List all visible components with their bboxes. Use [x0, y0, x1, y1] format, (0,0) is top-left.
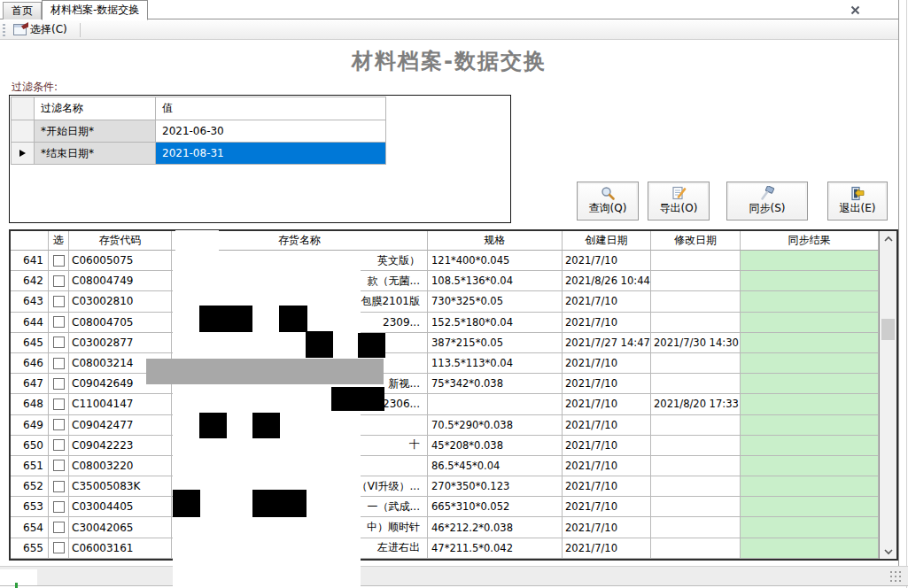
created-date: 2021/7/10: [563, 517, 651, 538]
redaction-block-black: [252, 490, 307, 517]
table-row[interactable]: 643C03002810包膜2101版730*325*0.052021/7/10: [11, 291, 896, 312]
row-select-cell: [49, 333, 69, 353]
inventory-code: C09042223: [69, 436, 172, 456]
col-header-created: 创建日期: [563, 231, 651, 251]
tab-home[interactable]: 首页: [3, 2, 42, 19]
row-checkbox[interactable]: [53, 439, 65, 451]
table-row[interactable]: 651C0800322086.5*45*0.042021/7/10: [11, 456, 896, 476]
inventory-code: C09042477: [69, 415, 172, 436]
redaction-block-black: [199, 413, 227, 438]
filter-name-cell[interactable]: *结束日期*: [34, 142, 155, 164]
export-button-label: 导出(O): [660, 201, 698, 216]
row-checkbox[interactable]: [53, 419, 65, 430]
row-checkbox[interactable]: [53, 275, 65, 287]
toolbar-grip[interactable]: [3, 24, 5, 36]
redaction-block-black: [279, 306, 307, 332]
table-body: 641C06005075英文版）121*400*0.0452021/7/1064…: [11, 251, 896, 559]
inventory-code: C08003220: [69, 456, 172, 476]
filter-value-cell[interactable]: 2021-06-30: [155, 120, 385, 142]
vertical-scrollbar[interactable]: [879, 231, 896, 559]
row-checkbox[interactable]: [53, 522, 65, 533]
table-row[interactable]: 653C03004405一（武成...665*310*0.0522021/7/1…: [11, 497, 896, 517]
row-checkbox[interactable]: [53, 542, 65, 553]
inventory-table: 选 存货代码 存货名称 规格 创建日期 修改日期 同步结果 641C060050…: [9, 229, 898, 561]
spec: 70.5*290*0.038: [428, 415, 563, 436]
row-checkbox[interactable]: [53, 255, 65, 267]
modified-date: [651, 353, 741, 374]
table-header: 选 存货代码 存货名称 规格 创建日期 修改日期 同步结果: [11, 231, 896, 251]
row-select-cell: [49, 456, 69, 476]
filter-header-selector: [11, 97, 34, 120]
row-checkbox[interactable]: [53, 378, 65, 390]
sync-button[interactable]: 同步(S): [726, 182, 808, 220]
inventory-code: C30042065: [69, 517, 172, 538]
row-number: 655: [11, 538, 49, 559]
table-row[interactable]: 652C35005083K（VI升级）...270*350*0.1232021/…: [11, 476, 896, 497]
search-icon: [600, 186, 616, 201]
filter-name-cell[interactable]: *开始日期*: [34, 120, 155, 142]
row-checkbox[interactable]: [53, 296, 65, 307]
table-row[interactable]: 646C08003214113.5*113*0.042021/7/10: [11, 353, 896, 374]
row-number: 646: [11, 353, 49, 374]
created-date: 2021/7/10: [563, 476, 651, 497]
row-number: 642: [11, 271, 49, 291]
filter-value-cell-selected[interactable]: 2021-08-31: [155, 142, 385, 164]
table-row[interactable]: 650C09042223十45*208*0.0382021/7/10: [11, 436, 896, 456]
spec: 730*325*0.05: [428, 291, 563, 312]
query-button-label: 查询(Q): [589, 201, 627, 216]
row-checkbox[interactable]: [53, 398, 65, 410]
tab-material-exchange[interactable]: 材料档案-数据交换: [42, 0, 148, 20]
redaction-block-black: [199, 306, 252, 332]
col-header-modified: 修改日期: [651, 231, 741, 251]
sync-result: [741, 538, 879, 559]
exit-button[interactable]: 退出(E): [827, 182, 888, 220]
row-checkbox[interactable]: [53, 501, 65, 513]
modified-date: [651, 415, 741, 436]
table-row[interactable]: 654C30042065中）顺时针46*212.2*0.0382021/7/10: [11, 517, 896, 538]
table-row[interactable]: 641C06005075英文版）121*400*0.0452021/7/10: [11, 251, 896, 271]
created-date: 2021/7/27 14:47: [563, 333, 651, 353]
table-row[interactable]: 645C03002877387*215*0.052021/7/27 14:472…: [11, 333, 896, 353]
query-button[interactable]: 查询(Q): [577, 182, 639, 220]
table-row[interactable]: 642C08004749款（无菌...108.5*136*0.042021/8/…: [11, 271, 896, 291]
resize-grip[interactable]: [889, 570, 902, 583]
created-date: 2021/7/10: [563, 374, 651, 394]
row-checkbox[interactable]: [53, 316, 65, 328]
table-row[interactable]: 649C0904247770.5*290*0.0382021/7/10: [11, 415, 896, 436]
table-row[interactable]: 655C06003161左进右出47*211.5*0.0422021/7/10: [11, 538, 896, 559]
export-button[interactable]: 导出(O): [648, 182, 710, 220]
inventory-code: C03004405: [69, 497, 172, 517]
inventory-code: C08004705: [69, 313, 172, 333]
app-window: 首页 材料档案-数据交换 选择(C) 材料档案-数据交换 过滤条件: 过滤名称 …: [0, 0, 908, 588]
sync-result: [741, 251, 879, 271]
spec: 47*211.5*0.042: [428, 538, 563, 559]
created-date: 2021/7/10: [563, 415, 651, 436]
inventory-code: C35005083K: [69, 476, 172, 497]
select-button[interactable]: 选择(C): [8, 20, 73, 39]
row-select-cell: [49, 436, 69, 456]
created-date: 2021/8/26 10:44: [563, 271, 651, 291]
created-date: 2021/7/10: [563, 251, 651, 271]
scroll-down-button[interactable]: [880, 544, 896, 559]
row-checkbox[interactable]: [53, 460, 65, 471]
inventory-code: C11004147: [69, 394, 172, 414]
row-select-cell: [49, 374, 69, 394]
row-checkbox[interactable]: [53, 481, 65, 492]
modified-date: [651, 456, 741, 476]
row-checkbox[interactable]: [53, 337, 65, 348]
spec: 665*310*0.052: [428, 497, 563, 517]
scroll-up-button[interactable]: [880, 231, 896, 246]
table-row[interactable]: 644C080047052309...152.5*180*0.042021/7/…: [11, 313, 896, 333]
close-tab-button[interactable]: [848, 3, 862, 17]
table-row[interactable]: 647C09042649新视...75*342*0.0382021/7/10: [11, 374, 896, 394]
modified-date: [651, 271, 741, 291]
panel-right-border: [898, 0, 899, 567]
row-checkbox[interactable]: [53, 358, 65, 369]
row-select-cell: [49, 271, 69, 291]
spec: 46*212.2*0.038: [428, 517, 563, 538]
spec: 121*400*0.045: [428, 251, 563, 271]
scrollbar-thumb[interactable]: [881, 319, 895, 340]
table-row[interactable]: 648C110041472306...2021/7/102021/8/20 17…: [11, 394, 896, 414]
row-select-cell: [49, 394, 69, 414]
row-number: 643: [11, 291, 49, 312]
